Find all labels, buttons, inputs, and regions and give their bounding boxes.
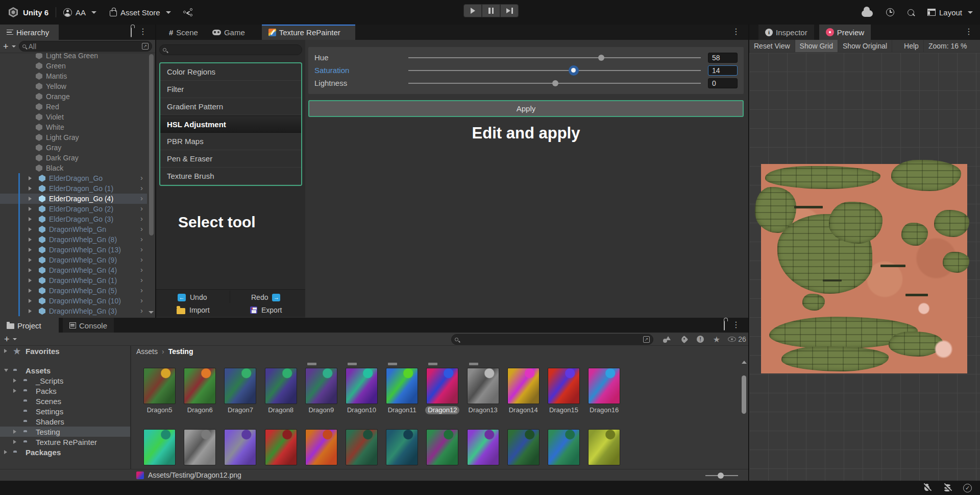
expand-arrow-icon[interactable]: [29, 299, 32, 303]
expand-arrow-icon[interactable]: [29, 238, 32, 242]
slider-value-field[interactable]: [708, 53, 738, 63]
asset-item[interactable]: Dragon6: [180, 368, 220, 414]
create-asset-button[interactable]: +: [4, 335, 10, 344]
layout-dropdown[interactable]: Layout: [927, 8, 973, 17]
tool-search-input[interactable]: [169, 46, 299, 54]
asset-thumbnail[interactable]: [305, 429, 337, 465]
expand-arrow-icon[interactable]: [29, 309, 32, 313]
asset-thumbnail[interactable]: [224, 429, 256, 465]
asset-item[interactable]: Dragon13: [463, 368, 503, 414]
tool-list-item[interactable]: Texture Brush: [160, 168, 301, 185]
asset-thumbnail[interactable]: [346, 429, 378, 465]
asset-item[interactable]: Dragon10: [341, 368, 382, 414]
pause-button[interactable]: [482, 4, 500, 17]
asset-thumbnail[interactable]: [467, 368, 499, 404]
hierarchy-scrollbar[interactable]: [149, 54, 154, 310]
asset-item[interactable]: [382, 429, 422, 465]
breadcrumb-root[interactable]: Assets: [136, 347, 158, 356]
project-tree-row[interactable]: Texture RePainter: [0, 437, 130, 447]
expand-arrow-icon[interactable]: [29, 197, 32, 201]
hierarchy-row[interactable]: ElderDragon_Go (2) ›: [0, 204, 147, 214]
tab-inspector[interactable]: i Inspector: [758, 25, 814, 40]
scrollbar-thumb[interactable]: [149, 54, 154, 235]
hierarchy-row[interactable]: Black ›: [0, 163, 147, 173]
prefab-open-chevron[interactable]: ›: [140, 286, 143, 294]
unity-menu[interactable]: Unity 6: [7, 6, 48, 18]
filter-importance-button[interactable]: !: [695, 335, 705, 344]
hierarchy-row[interactable]: DragonWhelp_Gn (4) ›: [0, 265, 147, 275]
expand-arrow-icon[interactable]: [29, 227, 32, 231]
project-tree-row[interactable]: Settings: [0, 406, 130, 416]
show-grid-button[interactable]: Show Grid: [795, 40, 838, 52]
asset-thumbnail[interactable]: [265, 429, 297, 465]
prefab-open-chevron[interactable]: ›: [140, 296, 143, 304]
apply-button[interactable]: Apply: [308, 100, 744, 117]
prefab-open-chevron[interactable]: ›: [140, 214, 143, 223]
asset-item[interactable]: [341, 429, 382, 465]
account-menu[interactable]: AA: [63, 8, 96, 17]
popout-search-icon[interactable]: ↗: [142, 43, 149, 50]
project-tree-row[interactable]: Packages: [0, 447, 130, 457]
hierarchy-row[interactable]: ElderDragon_Go (4) ›: [0, 194, 147, 204]
tool-list-item[interactable]: Pen & Eraser: [160, 150, 301, 168]
hierarchy-row[interactable]: ElderDragon_Go ›: [0, 173, 147, 183]
asset-item[interactable]: Dragon5: [139, 368, 180, 414]
filter-by-type-button[interactable]: [662, 335, 672, 344]
hierarchy-row[interactable]: DragonWhelp_Gn (5) ›: [0, 286, 147, 296]
visible-count-toggle[interactable]: 26: [727, 335, 747, 344]
tab-scene[interactable]: # Scene: [162, 25, 205, 40]
asset-thumbnail[interactable]: [386, 429, 418, 465]
asset-item[interactable]: Dragon12: [422, 368, 462, 414]
project-searchbox[interactable]: ↗: [451, 334, 653, 345]
debugger-disabled-icon[interactable]: [922, 484, 932, 492]
create-dropdown-icon[interactable]: [12, 45, 16, 48]
asset-thumbnail[interactable]: [224, 368, 256, 404]
asset-item[interactable]: Dragon8: [261, 368, 301, 414]
asset-item[interactable]: [301, 429, 341, 465]
prefab-open-chevron[interactable]: ›: [140, 245, 143, 253]
search-icon[interactable]: [908, 9, 914, 16]
project-tree-row[interactable]: ★ Favorites: [0, 346, 130, 356]
cloud-icon[interactable]: [862, 10, 873, 17]
expand-arrow-icon[interactable]: [13, 389, 16, 393]
asset-item[interactable]: [261, 429, 301, 465]
export-button[interactable]: Export: [250, 303, 282, 317]
asset-thumbnail[interactable]: [548, 368, 580, 404]
expand-arrow-icon[interactable]: [4, 369, 8, 372]
undo-button[interactable]: ← Undo: [178, 291, 207, 304]
prefab-open-chevron[interactable]: ›: [140, 275, 143, 284]
expand-arrow-icon[interactable]: [29, 258, 32, 262]
tool-list-item[interactable]: Gradient Pattern: [160, 98, 301, 115]
breadcrumb-current[interactable]: Testing: [168, 347, 193, 356]
lock-button[interactable]: [131, 28, 132, 37]
create-asset-dropdown-icon[interactable]: [13, 338, 17, 340]
asset-thumbnail[interactable]: [426, 429, 458, 465]
hierarchy-row[interactable]: ElderDragon_Go (3) ›: [0, 214, 147, 224]
prefab-open-chevron[interactable]: ›: [140, 255, 143, 264]
asset-thumbnail[interactable]: [426, 368, 458, 404]
asset-item[interactable]: [503, 429, 544, 465]
project-tree-row[interactable]: Scenes: [0, 396, 130, 406]
hierarchy-row[interactable]: Green ›: [0, 61, 147, 71]
thumbnail-size-slider[interactable]: [705, 475, 738, 476]
expand-arrow-icon[interactable]: [29, 217, 32, 221]
hierarchy-row[interactable]: White ›: [0, 122, 147, 132]
play-button[interactable]: [463, 4, 482, 17]
favorites-filter-button[interactable]: ★: [712, 335, 722, 344]
hierarchy-row[interactable]: Yellow ›: [0, 81, 147, 91]
hierarchy-row[interactable]: DragonWhelp_Gn (10) ›: [0, 296, 147, 306]
hierarchy-searchbox[interactable]: ↗: [19, 41, 152, 52]
hierarchy-row[interactable]: Mantis ›: [0, 71, 147, 81]
history-icon[interactable]: [886, 8, 894, 16]
asset-item[interactable]: Dragon14: [503, 368, 544, 414]
asset-item[interactable]: Dragon16: [584, 368, 624, 414]
help-button[interactable]: Help: [899, 40, 924, 52]
prefab-open-chevron[interactable]: ›: [140, 194, 143, 202]
slider-track[interactable]: [408, 70, 701, 71]
version-control-button[interactable]: [183, 8, 192, 16]
reset-view-button[interactable]: Reset View: [749, 40, 795, 52]
tool-list-item[interactable]: PBR Maps: [160, 133, 301, 150]
hierarchy-row[interactable]: DragonWhelp_Gn (3) ›: [0, 306, 147, 316]
asset-thumbnail[interactable]: [548, 429, 580, 465]
asset-thumbnail[interactable]: [588, 368, 620, 404]
